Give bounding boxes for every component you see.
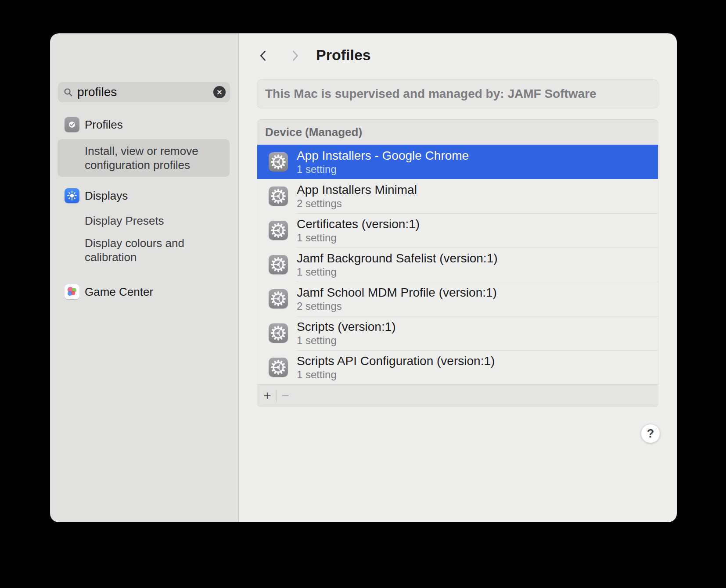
profile-row-jamf-background-safelist[interactable]: Jamf Background Safelist (version:1) 1 s… xyxy=(257,247,658,282)
profile-subtitle: 2 settings xyxy=(297,300,497,312)
sidebar-item-display-colours[interactable]: Display colours and calibration xyxy=(85,236,230,264)
profiles-list: Device (Managed) App Installers - Google… xyxy=(257,119,658,407)
profile-row-app-installers-google-chrome[interactable]: App Installers - Google Chrome 1 setting xyxy=(257,145,658,179)
profile-subtitle: 1 setting xyxy=(297,232,420,244)
remove-profile-button[interactable]: − xyxy=(277,385,294,407)
profile-title: App Installers - Google Chrome xyxy=(297,148,469,163)
profile-row-scripts-api-configuration[interactable]: Scripts API Configuration (version:1) 1 … xyxy=(257,350,658,384)
profile-subtitle: 1 setting xyxy=(297,334,396,347)
profile-title: App Installers Minimal xyxy=(297,183,417,197)
profile-subtitle: 1 setting xyxy=(297,266,498,278)
profile-title: Scripts (version:1) xyxy=(297,319,396,334)
profile-gear-icon xyxy=(269,152,288,172)
profile-title: Jamf Background Safelist (version:1) xyxy=(297,251,498,266)
profiles-seal-icon xyxy=(65,117,79,132)
profile-subtitle: 2 settings xyxy=(297,197,417,210)
sidebar-item-install-view-remove-profiles[interactable]: Install, view or remove configuration pr… xyxy=(58,139,230,177)
sidebar-item-label: Game Center xyxy=(85,285,153,299)
search-field[interactable]: ✕ xyxy=(58,82,230,102)
profile-gear-icon xyxy=(269,186,288,206)
sidebar-item-profiles[interactable]: Profiles xyxy=(50,117,238,132)
sidebar-item-display-presets[interactable]: Display Presets xyxy=(85,214,164,228)
profile-title: Certificates (version:1) xyxy=(297,217,420,232)
profile-subtitle: 1 setting xyxy=(297,163,469,176)
displays-icon xyxy=(65,188,79,203)
sidebar-item-label: Profiles xyxy=(85,118,123,132)
page-title: Profiles xyxy=(316,47,371,64)
supervision-banner-text: This Mac is supervised and managed by: J… xyxy=(265,87,597,101)
profile-title: Scripts API Configuration (version:1) xyxy=(297,354,495,369)
forward-button[interactable] xyxy=(287,48,303,64)
game-center-icon xyxy=(65,284,79,299)
list-section-label: Device (Managed) xyxy=(265,125,362,139)
search-input[interactable] xyxy=(73,85,213,99)
supervision-banner: This Mac is supervised and managed by: J… xyxy=(257,79,658,108)
sidebar-item-game-center[interactable]: Game Center xyxy=(50,284,238,299)
sidebar-item-displays[interactable]: Displays xyxy=(50,188,238,203)
search-icon xyxy=(63,87,73,97)
content-pane: Profiles This Mac is supervised and mana… xyxy=(239,33,677,522)
list-footer: + − xyxy=(257,384,658,407)
clear-search-icon[interactable]: ✕ xyxy=(213,86,226,98)
profile-gear-icon xyxy=(269,358,288,377)
sidebar-item-label: Displays xyxy=(85,189,128,203)
profile-row-app-installers-minimal[interactable]: App Installers Minimal 2 settings xyxy=(257,179,658,213)
profile-row-certificates[interactable]: Certificates (version:1) 1 setting xyxy=(257,213,658,247)
profile-gear-icon xyxy=(269,289,288,308)
list-section-header: Device (Managed) xyxy=(257,120,658,145)
profile-gear-icon xyxy=(269,255,288,274)
profile-row-scripts[interactable]: Scripts (version:1) 1 setting xyxy=(257,316,658,350)
add-profile-button[interactable]: + xyxy=(259,385,276,407)
profile-gear-icon xyxy=(269,221,288,240)
help-button[interactable]: ? xyxy=(641,424,660,443)
profile-gear-icon xyxy=(269,323,288,343)
profile-title: Jamf School MDM Profile (version:1) xyxy=(297,285,497,300)
back-button[interactable] xyxy=(255,48,271,64)
profile-row-jamf-school-mdm-profile[interactable]: Jamf School MDM Profile (version:1) 2 se… xyxy=(257,282,658,316)
sidebar: ✕ Profiles Install, view or remove confi… xyxy=(50,33,239,522)
system-settings-window: ✕ Profiles Install, view or remove confi… xyxy=(50,33,677,522)
profile-subtitle: 1 setting xyxy=(297,369,495,381)
